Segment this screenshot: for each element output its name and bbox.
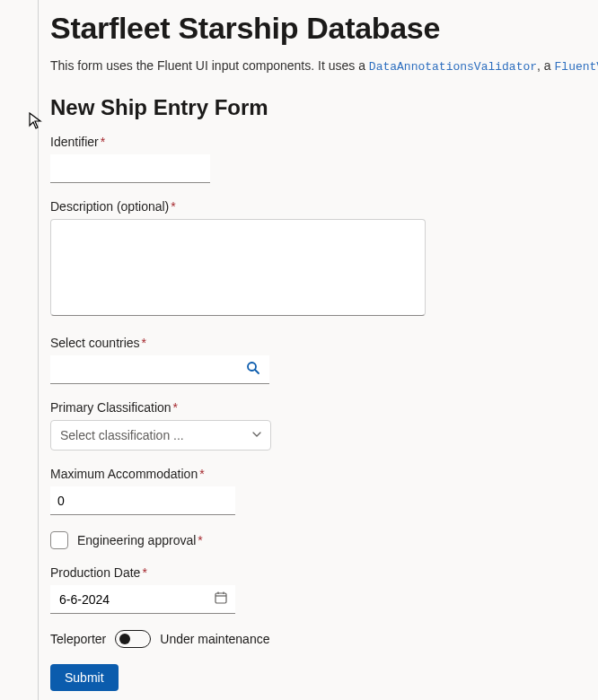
countries-search-input[interactable] <box>50 355 269 384</box>
required-mark: * <box>171 199 175 214</box>
left-divider <box>38 0 39 700</box>
approval-checkbox[interactable] <box>50 531 68 549</box>
production-date-label: Production Date* <box>50 565 598 580</box>
required-mark: * <box>101 135 105 149</box>
teleporter-toggle[interactable] <box>115 630 151 648</box>
code-data-annotations: DataAnnotationsValidator <box>369 60 537 74</box>
required-mark: * <box>142 565 146 580</box>
toggle-knob <box>119 634 130 644</box>
required-mark: * <box>199 467 204 481</box>
intro-prefix: This form uses the Fluent UI input compo… <box>50 58 369 73</box>
description-label: Description (optional)* <box>50 199 598 214</box>
approval-label-text: Engineering approval <box>77 533 196 547</box>
teleporter-state: Under maintenance <box>160 632 269 646</box>
production-date-input[interactable] <box>50 585 235 614</box>
approval-label: Engineering approval* <box>77 533 203 547</box>
production-date-label-text: Production Date <box>50 565 140 580</box>
countries-label: Select countries* <box>50 336 598 350</box>
classification-select[interactable]: Select classification ... <box>50 420 271 451</box>
page-title: Starfleet Starship Database <box>50 11 598 46</box>
identifier-label-text: Identifier <box>50 135 99 149</box>
teleporter-label: Teleporter <box>50 632 106 646</box>
accommodation-label-text: Maximum Accommodation <box>50 467 198 481</box>
required-mark: * <box>142 336 146 350</box>
identifier-input[interactable] <box>50 154 210 183</box>
required-mark: * <box>198 533 202 547</box>
countries-label-text: Select countries <box>50 336 140 350</box>
identifier-label: Identifier* <box>50 135 598 149</box>
classification-label: Primary Classification* <box>50 400 598 415</box>
description-label-text: Description (optional) <box>50 199 169 214</box>
form-heading: New Ship Entry Form <box>50 95 598 120</box>
required-mark: * <box>173 400 178 415</box>
description-textarea[interactable] <box>50 219 426 316</box>
accommodation-label: Maximum Accommodation* <box>50 467 598 481</box>
main-content: Starfleet Starship Database This form us… <box>0 0 598 691</box>
accommodation-input[interactable] <box>50 486 235 515</box>
intro-mid: , a <box>537 58 554 73</box>
submit-button[interactable]: Submit <box>50 664 119 691</box>
code-fluent-validator: FluentValida <box>555 60 598 74</box>
classification-label-text: Primary Classification <box>50 400 171 415</box>
intro-text: This form uses the Fluent UI input compo… <box>50 58 598 74</box>
